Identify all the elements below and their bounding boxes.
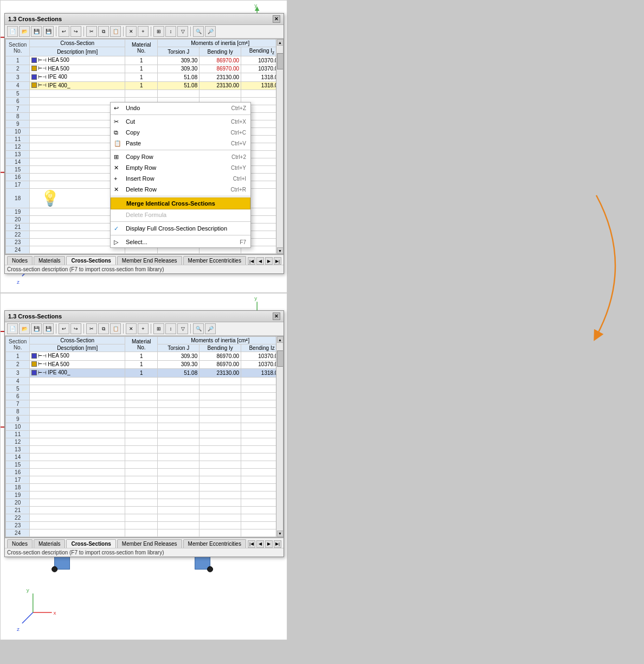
- toolbar-btn-save[interactable]: 💾: [31, 26, 42, 37]
- toolbar-btn-save-all2[interactable]: 💾: [43, 323, 54, 334]
- tab-cross-sections[interactable]: Cross-Sections: [66, 256, 115, 265]
- toolbar-btn-zoom-out[interactable]: 🔎: [205, 26, 216, 37]
- toolbar-btn-grid[interactable]: ⊞: [153, 26, 164, 37]
- table-row[interactable]: 24: [6, 529, 283, 537]
- ctx-item-paste[interactable]: 📋 Paste Ctrl+V: [111, 138, 250, 149]
- toolbar-btn-grid2[interactable]: ⊞: [153, 323, 164, 334]
- table-row[interactable]: 3 ⊢⊣ IPE 400_ 1 51.08 23130.00 1318.00: [6, 369, 283, 378]
- toolbar-btn-sort2[interactable]: ↕: [165, 323, 176, 334]
- toolbar-btn-save-all[interactable]: 💾: [43, 26, 54, 37]
- table-row[interactable]: 23: [6, 521, 283, 529]
- tab-member-end-releases-2[interactable]: Member End Releases: [117, 539, 182, 548]
- toolbar-btn-copy2[interactable]: ⧉: [98, 323, 109, 334]
- scrollbar-thumb-2[interactable]: [277, 350, 284, 367]
- tab-nodes[interactable]: Nodes: [7, 256, 33, 265]
- scrollbar-vertical[interactable]: ▲ ▼: [276, 39, 284, 254]
- table-row[interactable]: 16: [6, 468, 283, 476]
- scroll-arrow-down[interactable]: ▼: [277, 247, 284, 254]
- toolbar-btn-cut2[interactable]: ✂: [86, 323, 97, 334]
- ctx-item-copy[interactable]: ⧉ Copy Ctrl+C: [111, 127, 250, 138]
- row-description[interactable]: ⊢⊣ IPE 400_: [30, 81, 125, 90]
- table-row[interactable]: 21: [6, 506, 283, 514]
- table-row[interactable]: 17: [6, 476, 283, 483]
- tab-member-end-releases[interactable]: Member End Releases: [117, 256, 182, 265]
- row-description[interactable]: ⊢⊣ IPE 400: [30, 73, 125, 82]
- table-row[interactable]: 19: [6, 491, 283, 499]
- scrollbar-vertical-2[interactable]: ▲ ▼: [276, 336, 284, 537]
- panel1-close-button[interactable]: ✕: [273, 15, 280, 23]
- tab-nav-last-2[interactable]: ▶|: [274, 540, 281, 548]
- table-row[interactable]: 1 ⊢⊣ HEA 500 1 309.30 86970.00 10370.00: [6, 352, 283, 361]
- table-row[interactable]: 6: [6, 392, 283, 400]
- row-description[interactable]: ⊢⊣ HEA 500: [30, 65, 125, 73]
- scroll-arrow-up[interactable]: ▲: [277, 39, 284, 46]
- row-description[interactable]: ⊢⊣ HEA 500: [30, 360, 125, 369]
- table-row[interactable]: 12: [6, 438, 283, 445]
- table-row[interactable]: 4: [6, 377, 283, 385]
- table-row[interactable]: 9: [6, 415, 283, 423]
- ctx-item-undo[interactable]: ↩ Undo Ctrl+Z: [111, 103, 250, 113]
- tab-member-eccentricities[interactable]: Member Eccentricities: [183, 256, 246, 265]
- toolbar-btn-filter2[interactable]: ▽: [177, 323, 188, 334]
- table-row[interactable]: 7: [6, 400, 283, 407]
- row-description[interactable]: ⊢⊣ IPE 400_: [30, 369, 125, 378]
- panel2-close-button[interactable]: ✕: [273, 312, 280, 320]
- toolbar-btn-zoom-in2[interactable]: 🔍: [193, 323, 204, 334]
- row-description[interactable]: ⊢⊣ HEA 500: [30, 352, 125, 361]
- ctx-item-merge[interactable]: Merge Identical Cross-Sections: [111, 197, 250, 209]
- toolbar-btn-open2[interactable]: 📂: [19, 323, 30, 334]
- toolbar-btn-undo[interactable]: ↩: [59, 26, 69, 37]
- ctx-item-copy-row[interactable]: ⊞ Copy Row Ctrl+2: [111, 151, 250, 162]
- scrollbar-thumb[interactable]: [277, 53, 284, 69]
- scroll-arrow-down-2[interactable]: ▼: [277, 531, 284, 537]
- table-row[interactable]: 18: [6, 483, 283, 491]
- toolbar-btn-zoom-out2[interactable]: 🔎: [205, 323, 216, 334]
- tab-nav-prev-2[interactable]: ◀: [256, 540, 264, 548]
- toolbar-btn-insert[interactable]: +: [138, 26, 149, 37]
- ctx-item-display-full[interactable]: ✓ Display Full Cross-Section Description: [111, 223, 250, 234]
- table-row[interactable]: 2 ⊢⊣ HEA 500 1 309.30 86970.00 10370.00: [6, 65, 283, 73]
- toolbar-btn-open[interactable]: 📂: [19, 26, 30, 37]
- tab-nav-prev[interactable]: ◀: [256, 257, 264, 265]
- table-row[interactable]: 11: [6, 430, 283, 438]
- toolbar-btn-paste2[interactable]: 📋: [110, 323, 121, 334]
- toolbar-btn-delete[interactable]: ✕: [126, 26, 137, 37]
- tab-materials-2[interactable]: Materials: [34, 539, 66, 548]
- toolbar-btn-paste[interactable]: 📋: [110, 26, 121, 37]
- scroll-arrow-up-2[interactable]: ▲: [277, 336, 284, 343]
- tab-cross-sections-2[interactable]: Cross-Sections: [66, 539, 115, 548]
- tab-nodes-2[interactable]: Nodes: [7, 539, 33, 548]
- table-row[interactable]: 5: [6, 90, 283, 98]
- ctx-item-insert-row[interactable]: + Insert Row Ctrl+I: [111, 173, 250, 184]
- toolbar-btn-cut[interactable]: ✂: [86, 26, 97, 37]
- row-description[interactable]: ⊢⊣ HEA 500: [30, 56, 125, 65]
- toolbar-btn-copy[interactable]: ⧉: [98, 26, 109, 37]
- toolbar-btn-redo[interactable]: ↪: [70, 26, 81, 37]
- table-row[interactable]: 13: [6, 445, 283, 453]
- toolbar-btn-save2[interactable]: 💾: [31, 323, 42, 334]
- ctx-item-delete-row[interactable]: ✕ Delete Row Ctrl+R: [111, 184, 250, 195]
- table-row[interactable]: 22: [6, 514, 283, 521]
- toolbar-btn-filter[interactable]: ▽: [177, 26, 188, 37]
- tab-nav-next[interactable]: ▶: [265, 257, 273, 265]
- context-menu[interactable]: ↩ Undo Ctrl+Z ✂ Cut Ctrl+X ⧉ Copy Ctrl+C…: [110, 102, 251, 248]
- toolbar-btn-insert2[interactable]: +: [138, 323, 149, 334]
- table-row[interactable]: 15: [6, 461, 283, 468]
- toolbar-btn-undo2[interactable]: ↩: [59, 323, 69, 334]
- table-row[interactable]: 2 ⊢⊣ HEA 500 1 309.30 86970.00 10370.00: [6, 360, 283, 369]
- tab-member-eccentricities-2[interactable]: Member Eccentricities: [183, 539, 246, 548]
- ctx-item-empty-row[interactable]: ✕ Empty Row Ctrl+Y: [111, 162, 250, 173]
- toolbar-btn-delete2[interactable]: ✕: [126, 323, 137, 334]
- tab-nav-first-2[interactable]: |◀: [248, 540, 255, 548]
- tab-materials[interactable]: Materials: [34, 256, 66, 265]
- ctx-item-select[interactable]: ▷ Select... F7: [111, 237, 250, 247]
- toolbar-btn-new2[interactable]: 📄: [7, 323, 18, 334]
- table-row[interactable]: 1 ⊢⊣ HEA 500 1 309.30 86970.00 10370.00: [6, 56, 283, 65]
- toolbar-btn-new[interactable]: 📄: [7, 26, 18, 37]
- table-row[interactable]: 5: [6, 385, 283, 392]
- tab-nav-first[interactable]: |◀: [248, 257, 255, 265]
- tab-nav-next-2[interactable]: ▶: [265, 540, 273, 548]
- table-row[interactable]: 10: [6, 423, 283, 430]
- table-row[interactable]: 3 ⊢⊣ IPE 400 1 51.08 23130.00 1318.00: [6, 73, 283, 82]
- toolbar-btn-redo2[interactable]: ↪: [70, 323, 81, 334]
